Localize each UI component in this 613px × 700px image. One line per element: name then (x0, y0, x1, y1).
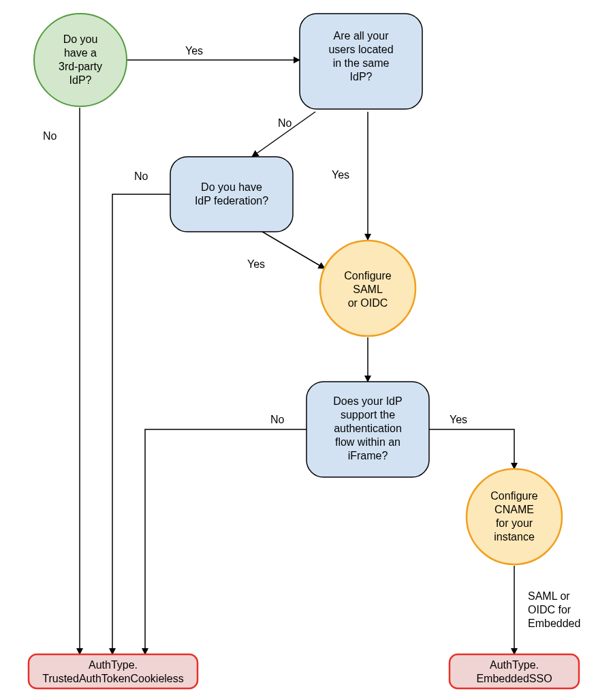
node-federation: Do you have IdP federation? (170, 157, 293, 232)
node-start-line2: have a (64, 47, 97, 59)
node-trusted-line1: AuthType. (89, 659, 138, 671)
node-same-line4: IdP? (350, 71, 373, 82)
label-saml-embed-1: SAML or (528, 590, 570, 602)
edge-fed-no (112, 194, 170, 654)
node-iframe-line5: iFrame? (348, 450, 388, 461)
label-fed-no: No (134, 170, 148, 182)
node-cname-line3: for your (496, 517, 533, 529)
edge-iframe-yes (429, 429, 514, 469)
node-iframe-line4: flow within an (335, 436, 400, 448)
svg-point-0 (34, 14, 127, 106)
node-iframe: Does your IdP support the authentication… (306, 382, 429, 477)
node-configure-cname: Configure CNAME for your instance (467, 469, 562, 564)
svg-rect-2 (170, 157, 293, 232)
node-iframe-line1: Does your IdP (333, 395, 402, 407)
node-start-line3: 3rd-party (59, 61, 102, 72)
node-start: Do you have a 3rd-party IdP? (34, 14, 127, 106)
node-start-line4: IdP? (69, 74, 92, 86)
edge-fed-yes (259, 230, 325, 269)
label-fed-yes: Yes (247, 258, 265, 270)
label-start-yes: Yes (185, 45, 203, 57)
node-same-line2: users located (328, 44, 393, 55)
node-iframe-line2: support the (341, 409, 395, 421)
node-trusted: AuthType. TrustedAuthTokenCookieless (29, 654, 198, 688)
node-embedded-line1: AuthType. (490, 659, 539, 671)
node-cname-line4: instance (494, 531, 535, 543)
label-start-no: No (43, 130, 57, 142)
edge-iframe-no (145, 429, 306, 654)
svg-point-5 (467, 469, 562, 564)
node-embedded: AuthType. EmbeddedSSO (450, 654, 579, 688)
node-same-line1: Are all your (334, 30, 390, 42)
label-same-yes: Yes (332, 169, 349, 181)
node-cname-line2: CNAME (494, 504, 534, 515)
label-same-no: No (278, 117, 292, 129)
label-saml-embed-3: Embedded (528, 618, 580, 629)
node-saml-line3: or OIDC (348, 297, 388, 309)
node-saml-line2: SAML (353, 284, 383, 295)
node-iframe-line3: authentication (334, 423, 402, 434)
node-fed-line1: Do you have (201, 181, 262, 193)
node-saml-line1: Configure (344, 270, 391, 281)
node-cname-line1: Configure (490, 490, 537, 502)
label-iframe-no: No (270, 414, 285, 425)
node-same-idp: Are all your users located in the same I… (300, 14, 422, 109)
node-fed-line2: IdP federation? (195, 195, 268, 207)
node-trusted-line2: TrustedAuthTokenCookieless (42, 673, 184, 684)
node-start-line1: Do you (63, 33, 98, 45)
node-embedded-line2: EmbeddedSSO (476, 673, 552, 684)
node-configure-saml: Configure SAML or OIDC (320, 241, 415, 336)
label-saml-embed-2: OIDC for (528, 604, 571, 615)
label-iframe-yes: Yes (450, 414, 467, 425)
node-same-line3: in the same (333, 57, 390, 69)
flowchart-diagram: Yes No No Yes No Yes No Yes SAML or OIDC… (0, 0, 613, 700)
